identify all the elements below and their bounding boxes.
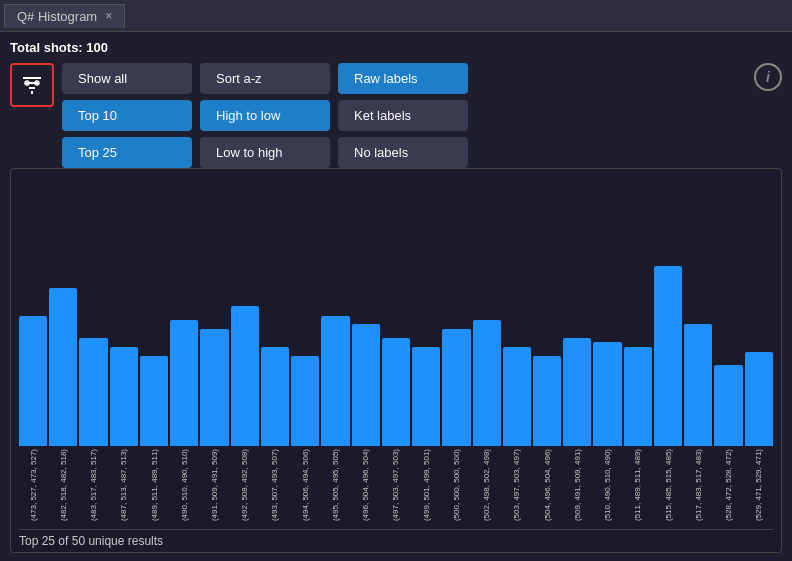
bar-label: (489, 511, 489, 511) xyxy=(150,449,159,521)
bar-label: (490, 510, 490, 510) xyxy=(180,449,189,521)
bar-wrapper: (489, 511, 489, 511) xyxy=(140,177,168,521)
bar-wrapper: (510, 490, 510, 490) xyxy=(593,177,621,521)
bar-wrapper: (500, 500, 500, 500) xyxy=(442,177,470,521)
bars-container: (473, 527, 473, 527)(482, 518, 482, 518)… xyxy=(19,177,773,525)
bar-label: (487, 513, 487, 513) xyxy=(119,449,128,521)
bar xyxy=(412,347,440,446)
bar-label: (473, 527, 473, 527) xyxy=(29,449,38,521)
bar-wrapper: (491, 509, 491, 509) xyxy=(200,177,228,521)
label-button-group: Raw labels Ket labels No labels xyxy=(338,63,468,168)
show-all-button[interactable]: Show all xyxy=(62,63,192,94)
bar xyxy=(200,329,228,446)
bar-label: (528, 472, 528, 472) xyxy=(724,449,733,521)
svg-rect-2 xyxy=(29,87,35,89)
bar-wrapper: (482, 518, 482, 518) xyxy=(49,177,77,521)
bar xyxy=(291,356,319,446)
bar-label: (500, 500, 500, 500) xyxy=(452,449,461,521)
bar-wrapper: (497, 503, 497, 503) xyxy=(382,177,410,521)
bar-wrapper: (502, 498, 502, 498) xyxy=(473,177,501,521)
bar xyxy=(261,347,289,446)
sort-az-button[interactable]: Sort a-z xyxy=(200,63,330,94)
bar-wrapper: (517, 483, 517, 483) xyxy=(684,177,712,521)
bar-label: (517, 483, 517, 483) xyxy=(694,449,703,521)
bar xyxy=(442,329,470,446)
sort-button-group: Sort a-z High to low Low to high xyxy=(200,63,330,168)
top-10-button[interactable]: Top 10 xyxy=(62,100,192,131)
svg-rect-1 xyxy=(26,82,38,84)
bar-wrapper: (490, 510, 490, 510) xyxy=(170,177,198,521)
bar-wrapper: (529, 471, 529, 471) xyxy=(745,177,773,521)
bar-label: (510, 490, 510, 490) xyxy=(603,449,612,521)
bar-wrapper: (511, 489, 511, 489) xyxy=(624,177,652,521)
bar xyxy=(503,347,531,446)
bar-label: (495, 505, 495, 505) xyxy=(331,449,340,521)
bar xyxy=(745,352,773,446)
bar xyxy=(79,338,107,446)
bar-label: (503, 497, 503, 497) xyxy=(512,449,521,521)
tab-close-button[interactable]: × xyxy=(105,9,112,23)
bar-wrapper: (504, 496, 504, 496) xyxy=(533,177,561,521)
bar-label: (529, 471, 529, 471) xyxy=(754,449,763,521)
bar-label: (504, 496, 504, 496) xyxy=(543,449,552,521)
bar-label: (502, 498, 502, 498) xyxy=(482,449,491,521)
bar-label: (494, 506, 494, 506) xyxy=(301,449,310,521)
raw-labels-button[interactable]: Raw labels xyxy=(338,63,468,94)
bar-label: (499, 501, 499, 501) xyxy=(422,449,431,521)
bar-wrapper: (483, 517, 483, 517) xyxy=(79,177,107,521)
bar-label: (491, 509, 491, 509) xyxy=(210,449,219,521)
window-bar: Q# Histogram × xyxy=(0,0,792,32)
info-button[interactable]: i xyxy=(754,63,782,91)
bar xyxy=(624,347,652,446)
bar-wrapper: (528, 472, 528, 472) xyxy=(714,177,742,521)
chart-area: (473, 527, 473, 527)(482, 518, 482, 518)… xyxy=(10,168,782,553)
bar xyxy=(231,306,259,446)
controls-wrapper: Show all Top 10 Top 25 Sort a-z High to … xyxy=(10,63,782,168)
bar xyxy=(140,356,168,446)
filter-button-group: Show all Top 10 Top 25 xyxy=(62,63,192,168)
tab-label: Q# Histogram xyxy=(17,9,97,24)
ket-labels-button[interactable]: Ket labels xyxy=(338,100,468,131)
bar xyxy=(170,320,198,446)
bar-wrapper: (499, 501, 499, 501) xyxy=(412,177,440,521)
filter-icon-button[interactable] xyxy=(10,63,54,107)
bar-wrapper: (515, 485, 515, 485) xyxy=(654,177,682,521)
bar-wrapper: (487, 513, 487, 513) xyxy=(110,177,138,521)
bar-wrapper: (495, 505, 495, 505) xyxy=(321,177,349,521)
low-to-high-button[interactable]: Low to high xyxy=(200,137,330,168)
bar xyxy=(19,316,47,446)
bar-label: (483, 517, 483, 517) xyxy=(89,449,98,521)
bar xyxy=(110,347,138,446)
bar xyxy=(321,316,349,446)
bar-wrapper: (494, 506, 494, 506) xyxy=(291,177,319,521)
total-shots: Total shots: 100 xyxy=(10,40,782,55)
bar-label: (482, 518, 482, 518) xyxy=(59,449,68,521)
bar xyxy=(684,324,712,446)
svg-rect-3 xyxy=(31,91,33,94)
bar xyxy=(473,320,501,446)
bar-wrapper: (509, 491, 509, 491) xyxy=(563,177,591,521)
bar-label: (515, 485, 515, 485) xyxy=(664,449,673,521)
bar-wrapper: (492, 508, 492, 508) xyxy=(231,177,259,521)
bar-label: (496, 504, 496, 504) xyxy=(361,449,370,521)
histogram-tab[interactable]: Q# Histogram × xyxy=(4,4,125,28)
bar-label: (511, 489, 511, 489) xyxy=(633,449,642,521)
bar xyxy=(533,356,561,446)
bar-wrapper: (496, 504, 496, 504) xyxy=(352,177,380,521)
bar xyxy=(593,342,621,446)
bar-label: (497, 503, 497, 503) xyxy=(391,449,400,521)
bar xyxy=(352,324,380,446)
bar-wrapper: (503, 497, 503, 497) xyxy=(503,177,531,521)
no-labels-button[interactable]: No labels xyxy=(338,137,468,168)
bar-wrapper: (473, 527, 473, 527) xyxy=(19,177,47,521)
bar xyxy=(563,338,591,446)
bar xyxy=(49,288,77,446)
chart-footer: Top 25 of 50 unique results xyxy=(19,529,773,548)
bar-label: (509, 491, 509, 491) xyxy=(573,449,582,521)
bar xyxy=(382,338,410,446)
bar xyxy=(654,266,682,446)
bar-wrapper: (493, 507, 493, 507) xyxy=(261,177,289,521)
high-to-low-button[interactable]: High to low xyxy=(200,100,330,131)
top-25-button[interactable]: Top 25 xyxy=(62,137,192,168)
bar-label: (493, 507, 493, 507) xyxy=(270,449,279,521)
svg-rect-0 xyxy=(23,77,41,79)
